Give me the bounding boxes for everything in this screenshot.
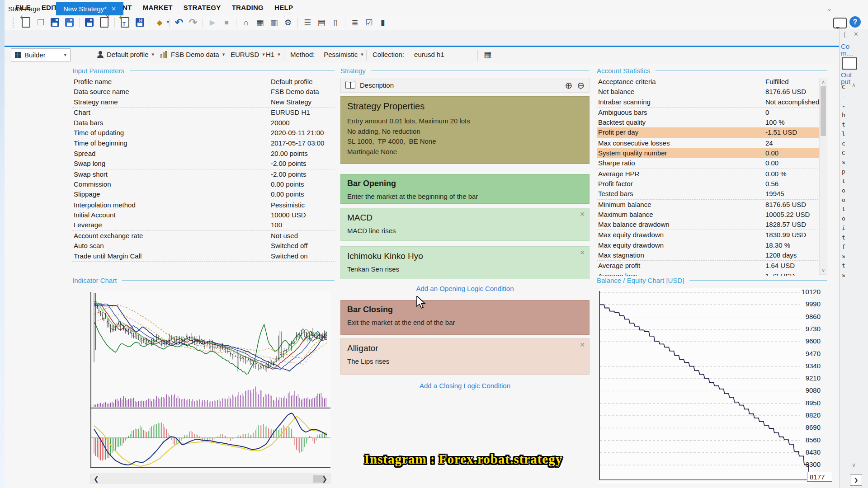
remove-condition-icon[interactable]: ✕ — [580, 341, 585, 348]
menu-help[interactable]: HELP — [274, 4, 293, 11]
opening-logic-slot[interactable]: ✕ Ichimoku Kinko Hyo Tenkan Sen rises — [340, 246, 590, 279]
scroll-right-icon[interactable]: ❯ — [322, 474, 327, 483]
symbol-dropdown[interactable]: EURUSD ▾ — [231, 51, 265, 58]
zoom-out-icon[interactable]: ⊖ — [577, 80, 585, 91]
parameter-value[interactable]: 0.00 points — [271, 189, 335, 199]
new-document-icon[interactable] — [22, 17, 30, 28]
period-dropdown[interactable]: H1 ▾ — [266, 51, 280, 58]
close-document-icon[interactable] — [100, 17, 108, 28]
parameter-value[interactable]: Not used — [271, 231, 335, 241]
strategy-overview-icon[interactable]: ▤ — [316, 17, 327, 28]
scroll-down-icon[interactable]: ∨ — [820, 267, 827, 273]
add-closing-condition-link[interactable]: Add a Closing Logic Condition — [340, 382, 590, 393]
parameter-value[interactable]: 2020-09-11 21:00 — [271, 128, 335, 138]
pin-icon[interactable]: ( — [844, 31, 846, 38]
undo-icon[interactable]: ↶ — [173, 17, 185, 28]
parameter-value[interactable]: 20.00 points — [271, 149, 335, 159]
open-document-icon[interactable]: ❒ — [35, 17, 47, 28]
parameter-value[interactable]: Default profile — [271, 77, 335, 87]
data-source-icon — [160, 51, 168, 58]
parameter-value[interactable]: New Strategy — [271, 97, 335, 107]
scroll-left-icon[interactable]: ❮ — [94, 474, 99, 483]
redo-icon[interactable]: ↷ — [187, 17, 199, 28]
menu-trading[interactable]: TRADING — [232, 4, 264, 11]
parameter-value[interactable]: Pessimistic — [271, 200, 335, 210]
remove-condition-icon[interactable]: ✕ — [580, 249, 585, 256]
remove-condition-icon[interactable]: ✕ — [580, 211, 585, 218]
statistic-label: Maximum balance — [597, 210, 765, 220]
slot-title: Strategy Properties — [347, 101, 583, 112]
stop-icon[interactable]: ■ — [221, 17, 232, 28]
data-directory-icon[interactable]: ▥ — [268, 17, 280, 28]
statistics-scrollbar[interactable]: ∧ ∨ — [819, 78, 827, 275]
parameter-value[interactable]: 0.00 points — [271, 179, 335, 189]
new-translation-icon[interactable] — [121, 17, 129, 28]
chevron-down-icon: ▾ — [262, 52, 265, 57]
scrollbar-thumb[interactable] — [821, 86, 826, 136]
home-icon[interactable]: ⌂ — [240, 17, 252, 28]
scroll-down-icon[interactable]: ∨ — [852, 462, 856, 468]
chevron-down-icon: ▾ — [64, 52, 66, 58]
data-horizon-icon[interactable]: ▦ — [254, 17, 266, 28]
save-icon[interactable] — [51, 18, 59, 27]
tab-start-page[interactable]: Start Page — [1, 2, 47, 15]
add-to-collection-icon[interactable]: ▦ — [484, 50, 868, 60]
tab-overflow-icon[interactable]: ⌄ — [826, 5, 832, 13]
parameter-value[interactable]: EURUSD H1 — [271, 108, 335, 117]
parameter-value[interactable]: 10000 USD — [271, 210, 335, 220]
menu-market[interactable]: MARKET — [143, 4, 173, 11]
scroll-right-icon[interactable]: ❯ — [850, 474, 862, 486]
parameter-row: Time of beginning 2017-05-17 03:00 — [72, 138, 335, 148]
parameter-value[interactable]: Switched on — [271, 251, 335, 261]
market-properties-icon[interactable]: ☰ — [302, 17, 313, 28]
feedback-chat-icon[interactable] — [833, 18, 847, 28]
parameter-value[interactable]: -2.00 points — [271, 169, 335, 179]
slot-description: MACD line rises — [347, 227, 583, 235]
add-opening-condition-link[interactable]: Add an Opening Logic Condition — [340, 285, 590, 296]
window-edge — [0, 0, 5, 488]
indicator-chart-scrollbar[interactable]: ❮ ❯ — [90, 474, 330, 483]
close-icon[interactable]: ✕ — [854, 31, 859, 38]
closing-logic-slot[interactable]: ✕ Alligator The Lips rises — [340, 338, 590, 375]
settings-icon[interactable]: ⚙ — [282, 17, 294, 28]
profile-dropdown[interactable]: Default profile ▾ — [97, 51, 154, 58]
method-dropdown[interactable]: Method: Pessimistic ▾ — [290, 51, 363, 58]
save-as-icon[interactable] — [65, 18, 74, 27]
portfolio-icon[interactable]: ▮ — [377, 17, 389, 28]
opening-logic-slot[interactable]: ✕ Bar Opening Enter the market at the be… — [340, 174, 590, 204]
parameter-value[interactable]: -2.00 points — [271, 159, 335, 169]
zoom-in-icon[interactable]: ⊕ — [565, 80, 572, 91]
strategy-property-line: Martingale None — [347, 147, 583, 157]
scroll-up-icon[interactable]: ∧ — [820, 79, 827, 85]
statistic-value: 1828.57 USD — [765, 220, 827, 230]
save-translation-icon[interactable] — [136, 18, 144, 27]
parameter-value[interactable]: FSB Demo data — [271, 87, 335, 97]
parameter-value[interactable]: 20000 — [271, 118, 335, 128]
builder-dropdown[interactable]: Builder ▾ — [11, 48, 71, 61]
play-icon[interactable]: ▶ — [207, 17, 218, 28]
statistic-value: 1.72 USD — [765, 271, 827, 276]
parameter-value[interactable]: Switched off — [271, 241, 335, 251]
closing-logic-slot[interactable]: ✕ Bar Closing Exit the market at the end… — [340, 300, 590, 335]
statistic-value: -1.51 USD — [765, 127, 827, 137]
save-all-icon[interactable] — [85, 18, 94, 27]
dock-tab-comments[interactable]: Com… — [841, 43, 854, 56]
slot-description: The Lips rises — [347, 357, 583, 365]
tab-new-strategy[interactable]: New Strategy* ✕ — [56, 2, 123, 15]
scroll-up-icon[interactable]: ∧ — [852, 82, 856, 88]
tab-close-icon[interactable]: ✕ — [111, 5, 116, 12]
parameter-value[interactable]: 100 — [271, 220, 335, 230]
menu-strategy[interactable]: STRATEGY — [184, 4, 221, 11]
publisher-icon[interactable]: ▯ — [330, 17, 341, 28]
opening-logic-slot[interactable]: ✕ MACD MACD line rises — [340, 208, 590, 241]
journal-icon[interactable]: ☑ — [363, 17, 375, 28]
strategy-properties-slot[interactable]: Strategy Properties Entry amount 0.01 lo… — [340, 96, 590, 164]
statistic-value: 8176.65 USD — [765, 200, 827, 210]
help-icon[interactable]: ? — [849, 16, 861, 28]
strategy-description-bar[interactable]: Description ⊕ ⊖ — [340, 78, 590, 93]
data-source-dropdown[interactable]: FSB Demo data ▾ — [160, 51, 225, 58]
bar-explorer-icon[interactable]: ≣ — [349, 17, 361, 28]
parameter-value[interactable]: 2017-05-17 03:00 — [271, 138, 335, 148]
color-scheme-icon[interactable]: ⬥ — [154, 17, 165, 28]
collection-field[interactable]: Collection: eurusd h1 — [373, 51, 444, 58]
